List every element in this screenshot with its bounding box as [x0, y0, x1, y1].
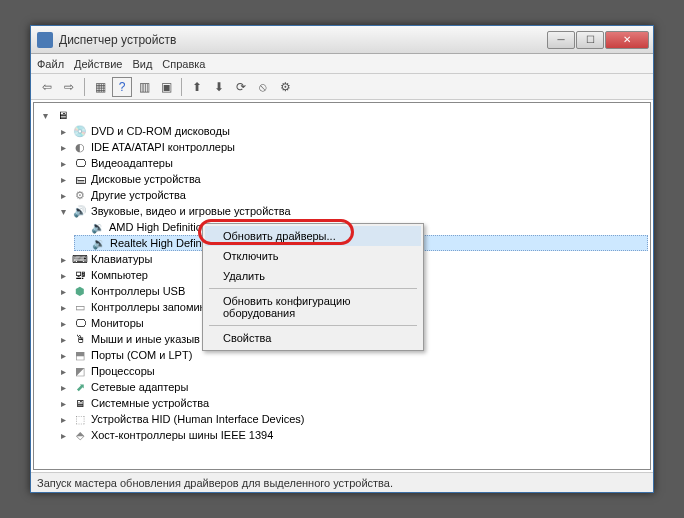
tree-node[interactable]: ▾Звуковые, видео и игровые устройства: [56, 203, 648, 219]
scan-hw-button[interactable]: ⟳: [231, 77, 251, 97]
node-label: Мониторы: [91, 317, 144, 329]
node-label: Контроллеры USB: [91, 285, 185, 297]
chevron-icon[interactable]: ▸: [58, 382, 69, 393]
chevron-icon[interactable]: ▸: [58, 334, 69, 345]
leaf-label: Realtek High Definiti: [110, 237, 210, 249]
chevron-icon[interactable]: ▾: [58, 206, 69, 217]
device-icon: [72, 251, 88, 267]
node-label: Порты (COM и LPT): [91, 349, 192, 361]
device-icon: [72, 139, 88, 155]
forward-button[interactable]: ⇨: [59, 77, 79, 97]
chevron-icon[interactable]: ▸: [58, 414, 69, 425]
device-icon: [72, 411, 88, 427]
tree-node[interactable]: ▸Устройства HID (Human Interface Devices…: [56, 411, 648, 427]
menu-view[interactable]: Вид: [132, 58, 152, 70]
node-label: Устройства HID (Human Interface Devices): [91, 413, 304, 425]
ctx-separator: [209, 325, 417, 326]
device-icon: [72, 123, 88, 139]
node-label: Дисковые устройства: [91, 173, 201, 185]
disable-button[interactable]: ⦸: [253, 77, 273, 97]
device-icon: [72, 171, 88, 187]
chevron-icon[interactable]: ▸: [58, 158, 69, 169]
node-label: Звуковые, видео и игровые устройства: [91, 205, 291, 217]
tree-node[interactable]: ▸Дисковые устройства: [56, 171, 648, 187]
chevron-icon[interactable]: ▸: [58, 302, 69, 313]
context-menu[interactable]: Обновить драйверы... Отключить Удалить О…: [202, 223, 424, 351]
chevron-icon[interactable]: ▸: [58, 142, 69, 153]
node-label: Системные устройства: [91, 397, 209, 409]
chevron-icon[interactable]: ▸: [58, 318, 69, 329]
ctx-delete[interactable]: Удалить: [205, 266, 421, 286]
device-icon: [72, 379, 88, 395]
back-button[interactable]: ⇦: [37, 77, 57, 97]
audio-device-icon: [90, 219, 106, 235]
device-icon: [72, 283, 88, 299]
chevron-down-icon[interactable]: ▾: [40, 110, 51, 121]
tree-node[interactable]: ▸Сетевые адаптеры: [56, 379, 648, 395]
menu-bar: Файл Действие Вид Справка: [31, 54, 653, 74]
node-label: Клавиатуры: [91, 253, 152, 265]
node-label: Видеоадаптеры: [91, 157, 173, 169]
toolbar-button-1[interactable]: ▥: [134, 77, 154, 97]
tree-node[interactable]: ▸Системные устройства: [56, 395, 648, 411]
device-tree[interactable]: ▾ ▸DVD и CD-ROM дисководы▸IDE ATA/ATAPI …: [33, 102, 651, 470]
tree-root-node[interactable]: ▾: [38, 107, 648, 123]
title-bar[interactable]: Диспетчер устройств ─ ☐ ✕: [31, 26, 653, 54]
device-icon: [72, 427, 88, 443]
ctx-separator: [209, 288, 417, 289]
chevron-icon[interactable]: ▸: [58, 286, 69, 297]
tree-node[interactable]: ▸Процессоры: [56, 363, 648, 379]
device-icon: [72, 187, 88, 203]
close-button[interactable]: ✕: [605, 31, 649, 49]
chevron-icon[interactable]: ▸: [58, 254, 69, 265]
node-label: Мыши и иные указыв: [91, 333, 200, 345]
menu-action[interactable]: Действие: [74, 58, 122, 70]
node-label: Другие устройства: [91, 189, 186, 201]
device-icon: [72, 395, 88, 411]
device-icon: [72, 347, 88, 363]
ctx-refresh-hw[interactable]: Обновить конфигурацию оборудования: [205, 291, 421, 323]
properties-button[interactable]: ⚙: [275, 77, 295, 97]
chevron-icon[interactable]: ▸: [58, 366, 69, 377]
tree-node[interactable]: ▸DVD и CD-ROM дисководы: [56, 123, 648, 139]
chevron-icon[interactable]: ▸: [58, 126, 69, 137]
maximize-button[interactable]: ☐: [576, 31, 604, 49]
device-icon: [72, 315, 88, 331]
tree-node[interactable]: ▸Видеоадаптеры: [56, 155, 648, 171]
app-icon: [37, 32, 53, 48]
node-label: Контроллеры запомин: [91, 301, 206, 313]
toolbar: ⇦ ⇨ ▦ ? ▥ ▣ ⬆ ⬇ ⟳ ⦸ ⚙: [31, 74, 653, 100]
tree-node[interactable]: ▸Хост-контроллеры шины IEEE 1394: [56, 427, 648, 443]
help-button[interactable]: ?: [112, 77, 132, 97]
chevron-icon[interactable]: ▸: [58, 350, 69, 361]
node-label: Хост-контроллеры шины IEEE 1394: [91, 429, 273, 441]
chevron-icon[interactable]: ▸: [58, 430, 69, 441]
device-icon: [72, 331, 88, 347]
node-label: Компьютер: [91, 269, 148, 281]
update-driver-button[interactable]: ⬆: [187, 77, 207, 97]
minimize-button[interactable]: ─: [547, 31, 575, 49]
chevron-icon[interactable]: ▸: [58, 398, 69, 409]
toolbar-button-2[interactable]: ▣: [156, 77, 176, 97]
node-label: DVD и CD-ROM дисководы: [91, 125, 230, 137]
uninstall-button[interactable]: ⬇: [209, 77, 229, 97]
node-label: Сетевые адаптеры: [91, 381, 188, 393]
device-icon: [72, 299, 88, 315]
tree-node[interactable]: ▸IDE ATA/ATAPI контроллеры: [56, 139, 648, 155]
device-icon: [72, 203, 88, 219]
ctx-disable[interactable]: Отключить: [205, 246, 421, 266]
chevron-icon[interactable]: ▸: [58, 190, 69, 201]
chevron-icon[interactable]: ▸: [58, 270, 69, 281]
ctx-update-drivers[interactable]: Обновить драйверы...: [205, 226, 421, 246]
tree-node[interactable]: ▸Другие устройства: [56, 187, 648, 203]
ctx-properties[interactable]: Свойства: [205, 328, 421, 348]
show-hide-button[interactable]: ▦: [90, 77, 110, 97]
menu-file[interactable]: Файл: [37, 58, 64, 70]
computer-icon: [54, 107, 70, 123]
device-icon: [72, 155, 88, 171]
menu-help[interactable]: Справка: [162, 58, 205, 70]
device-icon: [72, 267, 88, 283]
device-manager-window: Диспетчер устройств ─ ☐ ✕ Файл Действие …: [30, 25, 654, 493]
window-title: Диспетчер устройств: [59, 33, 547, 47]
chevron-icon[interactable]: ▸: [58, 174, 69, 185]
